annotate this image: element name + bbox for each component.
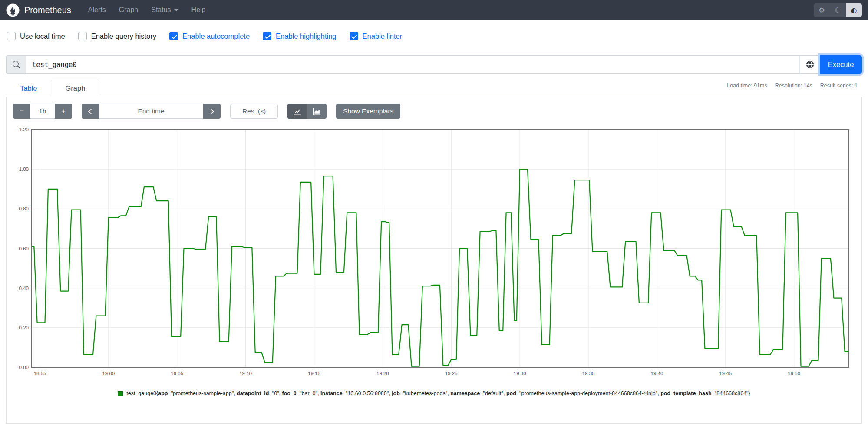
navbar: Prometheus AlertsGraphStatusHelp ⚙ ☾ ◐	[0, 0, 868, 20]
x-tick-label: 19:30	[514, 371, 526, 376]
result-series-stat: Result series: 1	[820, 83, 858, 89]
checkbox-enable-autocomplete[interactable]	[169, 32, 178, 40]
graph-controls: − +	[13, 104, 400, 119]
y-tick-label: 1.20	[19, 127, 29, 132]
tab-graph[interactable]: Graph	[51, 80, 99, 97]
y-tick-label: 0.20	[19, 325, 29, 330]
y-tick-label: 0.00	[19, 365, 29, 370]
x-tick-label: 19:45	[719, 371, 732, 376]
option-label: Enable autocomplete	[182, 32, 250, 40]
chart-type-toggle-group	[287, 104, 327, 119]
x-tick-label: 19:35	[582, 371, 595, 376]
execute-button[interactable]: Execute	[820, 55, 862, 74]
x-tick-label: 19:50	[788, 371, 800, 376]
search-icon	[13, 61, 20, 68]
option-enable-query-history[interactable]: Enable query history	[78, 32, 156, 40]
time-back-button[interactable]	[82, 104, 99, 119]
resolution-input[interactable]	[230, 104, 278, 119]
nav-item-alerts[interactable]: Alerts	[82, 6, 112, 14]
checkbox-enable-highlighting[interactable]	[263, 32, 271, 40]
nav-item-status[interactable]: Status	[145, 6, 185, 14]
load-time-stat: Load time: 91ms	[727, 83, 767, 89]
stacked-chart-icon	[313, 108, 320, 115]
option-label: Enable query history	[91, 32, 156, 40]
option-use-local-time[interactable]: Use local time	[7, 32, 65, 40]
series-legend-text: test_gauge0{app="prometheus-sample-app",…	[126, 390, 750, 396]
checkbox-enable-linter[interactable]	[350, 32, 358, 40]
dark-theme-moon-button[interactable]: ☾	[830, 3, 846, 17]
option-enable-autocomplete[interactable]: Enable autocomplete	[169, 32, 250, 40]
auto-theme-button[interactable]: ◐	[846, 3, 862, 17]
checkbox-use-local-time[interactable]	[7, 32, 16, 40]
x-tick-label: 19:40	[651, 371, 663, 376]
time-control-group	[82, 104, 221, 119]
dark-mode-moon-icon: ☾	[835, 6, 841, 14]
nav-item-help[interactable]: Help	[185, 6, 212, 14]
chart-legend[interactable]: test_gauge0{app="prometheus-sample-app",…	[13, 390, 855, 396]
x-tick-label: 19:05	[171, 371, 183, 376]
y-tick-label: 1.00	[19, 166, 29, 172]
nav-items: AlertsGraphStatusHelp	[82, 6, 212, 14]
app-brand[interactable]: Prometheus	[24, 5, 71, 15]
query-bar: Execute	[6, 55, 862, 74]
settings-gear-icon: ⚙	[818, 6, 825, 14]
search-addon	[6, 55, 26, 74]
theme-toggle-group: ⚙ ☾ ◐	[814, 3, 862, 17]
option-label: Enable highlighting	[276, 32, 336, 40]
time-series-chart[interactable]: 0.000.200.400.600.801.001.2018:5519:0019…	[9, 125, 856, 380]
query-input[interactable]	[26, 55, 799, 74]
range-increase-button[interactable]: +	[55, 104, 72, 119]
time-forward-button[interactable]	[203, 104, 221, 119]
line-chart-icon	[294, 108, 301, 115]
stacked-chart-toggle-button[interactable]	[307, 104, 327, 119]
series-color-swatch	[118, 391, 123, 396]
line-chart-toggle-button[interactable]	[287, 104, 307, 119]
tab-table[interactable]: Table	[6, 80, 51, 97]
y-tick-label: 0.60	[19, 246, 29, 251]
chevron-left-icon	[88, 109, 94, 114]
checkbox-enable-query-history[interactable]	[78, 32, 87, 40]
x-tick-label: 19:20	[376, 371, 389, 376]
option-enable-highlighting[interactable]: Enable highlighting	[263, 32, 336, 40]
prometheus-logo-icon	[6, 3, 20, 17]
caret-down-icon	[174, 9, 178, 11]
range-input[interactable]	[30, 104, 55, 119]
brand-wrap[interactable]: Prometheus	[6, 3, 71, 17]
end-time-input[interactable]	[99, 104, 203, 119]
metrics-explorer-button[interactable]	[799, 55, 820, 74]
y-tick-label: 0.80	[19, 206, 29, 211]
option-label: Use local time	[20, 32, 65, 40]
metrics-explorer-globe-icon	[806, 60, 814, 69]
x-tick-label: 19:00	[102, 371, 115, 376]
y-tick-label: 0.40	[19, 286, 29, 291]
query-stats: Load time: 91ms Resolution: 14s Result s…	[727, 83, 858, 89]
x-tick-label: 19:10	[239, 371, 252, 376]
nav-item-graph[interactable]: Graph	[112, 6, 145, 14]
range-decrease-button[interactable]: −	[13, 104, 30, 119]
chevron-right-icon	[208, 109, 214, 114]
auto-theme-contrast-icon: ◐	[851, 6, 857, 14]
x-tick-label: 19:15	[308, 371, 320, 376]
x-tick-label: 19:25	[445, 371, 458, 376]
query-options-row: Use local timeEnable query historyEnable…	[7, 26, 868, 46]
option-label: Enable linter	[363, 32, 403, 40]
show-exemplars-button[interactable]: Show Exemplars	[336, 104, 400, 119]
option-enable-linter[interactable]: Enable linter	[350, 32, 403, 40]
resolution-stat: Resolution: 14s	[775, 83, 812, 89]
prometheus-app: Prometheus AlertsGraphStatusHelp ⚙ ☾ ◐ U…	[0, 0, 868, 426]
settings-gear-button[interactable]: ⚙	[814, 3, 830, 17]
tabs-row: Table Graph	[6, 80, 99, 97]
x-tick-label: 18:55	[34, 371, 46, 376]
range-control-group: − +	[13, 104, 72, 119]
